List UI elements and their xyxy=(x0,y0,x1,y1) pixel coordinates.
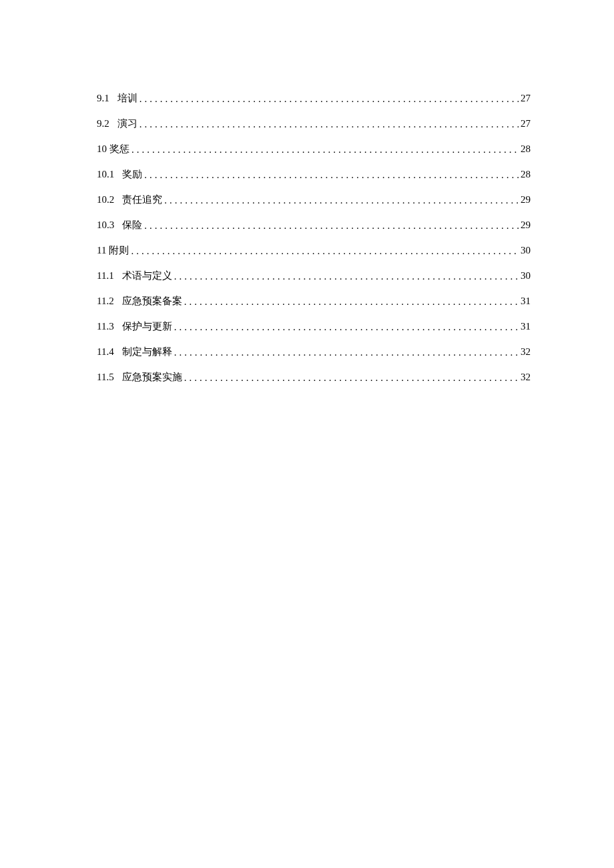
toc-title: 奖励 xyxy=(122,168,142,181)
toc-number: 9.1 xyxy=(97,93,109,104)
toc-dots xyxy=(174,347,519,358)
toc-number: 10.2 xyxy=(97,194,114,205)
toc-entry: 9.1 培训 27 xyxy=(97,92,531,105)
toc-title: 责任追究 xyxy=(122,193,162,206)
toc-number: 9.2 xyxy=(97,118,109,129)
toc-dots xyxy=(131,144,519,155)
toc-title: 培训 xyxy=(117,92,137,105)
toc-number: 11.1 xyxy=(97,270,114,282)
toc-number: 11 xyxy=(97,245,106,256)
toc-dots xyxy=(131,246,519,257)
toc-title: 应急预案备案 xyxy=(122,295,182,308)
toc-dots xyxy=(184,296,519,308)
toc-dots xyxy=(184,372,519,384)
table-of-contents: 9.1 培训 27 9.2 演习 27 10 奖惩 28 10.1 奖励 28 … xyxy=(97,92,531,384)
toc-number: 10 xyxy=(97,143,107,155)
toc-number: 11.5 xyxy=(97,372,114,383)
toc-dots xyxy=(174,322,519,333)
toc-dots xyxy=(139,93,519,105)
toc-dots xyxy=(144,169,519,181)
toc-dots xyxy=(164,195,519,206)
toc-entry: 10 奖惩 28 xyxy=(97,143,531,155)
toc-entry: 11.1 术语与定义 30 xyxy=(97,270,531,282)
toc-dots xyxy=(139,119,519,130)
toc-page: 30 xyxy=(521,245,531,256)
toc-title: 奖惩 xyxy=(109,143,129,155)
toc-page: 29 xyxy=(521,220,531,231)
toc-dots xyxy=(174,271,519,282)
toc-entry: 11.5 应急预案实施 32 xyxy=(97,371,531,384)
toc-title: 应急预案实施 xyxy=(122,371,182,384)
toc-number: 11.4 xyxy=(97,346,114,358)
toc-page: 32 xyxy=(521,372,531,383)
toc-dots xyxy=(144,220,519,232)
toc-page: 28 xyxy=(521,169,531,180)
toc-entry: 10.2 责任追究 29 xyxy=(97,193,531,206)
toc-page: 29 xyxy=(521,194,531,205)
toc-page: 27 xyxy=(521,93,531,104)
toc-number: 11.2 xyxy=(97,296,114,307)
toc-number: 10.1 xyxy=(97,169,114,180)
toc-entry: 11.2 应急预案备案 31 xyxy=(97,295,531,308)
toc-page: 32 xyxy=(521,346,531,358)
toc-entry: 11 附则 30 xyxy=(97,244,531,257)
toc-entry: 11.3 保护与更新 31 xyxy=(97,320,531,333)
toc-page: 30 xyxy=(521,270,531,282)
toc-entry: 9.2 演习 27 xyxy=(97,117,531,130)
toc-page: 27 xyxy=(521,118,531,129)
toc-title: 保险 xyxy=(122,219,142,232)
toc-entry: 11.4 制定与解释 32 xyxy=(97,346,531,358)
toc-number: 11.3 xyxy=(97,321,114,332)
toc-title: 附则 xyxy=(109,244,129,257)
toc-entry: 10.1 奖励 28 xyxy=(97,168,531,181)
toc-page: 31 xyxy=(521,321,531,332)
toc-title: 制定与解释 xyxy=(122,346,172,358)
toc-title: 保护与更新 xyxy=(122,320,172,333)
toc-page: 31 xyxy=(521,296,531,307)
toc-number: 10.3 xyxy=(97,220,114,231)
toc-title: 演习 xyxy=(117,117,137,130)
toc-entry: 10.3 保险 29 xyxy=(97,219,531,232)
toc-title: 术语与定义 xyxy=(122,270,172,282)
toc-page: 28 xyxy=(521,143,531,155)
